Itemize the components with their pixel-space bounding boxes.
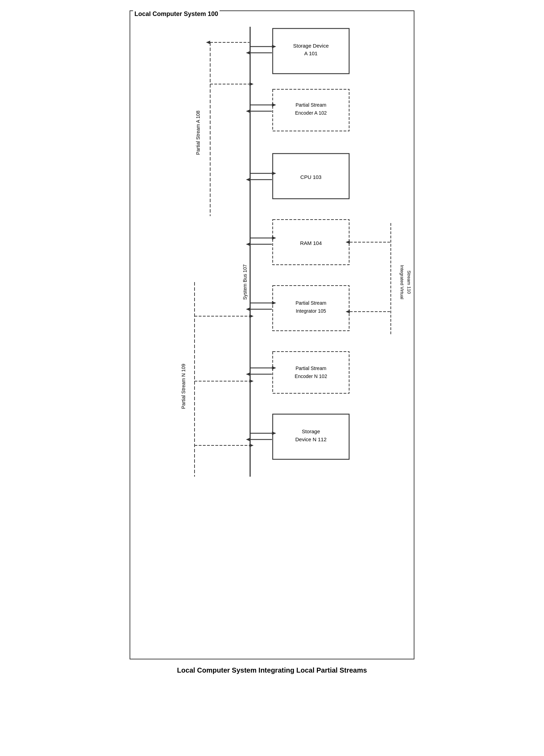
svg-marker-57 <box>249 314 254 318</box>
svg-marker-48 <box>246 438 250 441</box>
svg-marker-51 <box>249 82 254 86</box>
svg-text:System Bus 107: System Bus 107 <box>242 264 248 300</box>
svg-text:Partial Stream: Partial Stream <box>296 300 327 306</box>
svg-rect-13 <box>273 352 349 393</box>
svg-text:Partial Stream A 108: Partial Stream A 108 <box>195 110 201 155</box>
svg-text:Integrator 105: Integrator 105 <box>296 308 326 314</box>
svg-text:Partial Stream N 109: Partial Stream N 109 <box>181 364 186 409</box>
page-container: Local Computer System 100 Storage Device… <box>116 10 428 674</box>
svg-text:Integrated Virtual: Integrated Virtual <box>399 265 405 299</box>
svg-marker-44 <box>246 372 250 376</box>
system-title: Local Computer System 100 <box>133 10 220 18</box>
svg-text:Storage: Storage <box>302 428 320 434</box>
svg-marker-40 <box>246 307 250 311</box>
svg-text:RAM 104: RAM 104 <box>300 240 322 246</box>
svg-text:Partial Stream: Partial Stream <box>296 102 327 108</box>
svg-marker-24 <box>246 51 250 55</box>
svg-marker-28 <box>246 109 250 113</box>
svg-text:Partial Stream: Partial Stream <box>296 365 327 371</box>
diagram-svg: Storage Device A 101 Partial Stream Enco… <box>141 22 426 647</box>
svg-marker-53 <box>206 41 210 44</box>
diagram-caption: Local Computer System Integrating Local … <box>177 666 367 674</box>
svg-marker-61 <box>249 444 254 447</box>
svg-marker-36 <box>246 243 250 246</box>
svg-text:A 101: A 101 <box>304 50 318 56</box>
svg-text:Storage Device: Storage Device <box>293 43 329 49</box>
svg-text:Device N 112: Device N 112 <box>295 436 327 442</box>
svg-marker-32 <box>246 178 250 181</box>
svg-text:Stream 110: Stream 110 <box>406 270 412 294</box>
svg-text:Encoder N 102: Encoder N 102 <box>295 373 327 379</box>
system-boundary: Local Computer System 100 Storage Device… <box>130 10 414 659</box>
svg-marker-59 <box>249 379 254 383</box>
svg-text:CPU 103: CPU 103 <box>300 174 322 180</box>
svg-text:Encoder A 102: Encoder A 102 <box>295 110 327 116</box>
